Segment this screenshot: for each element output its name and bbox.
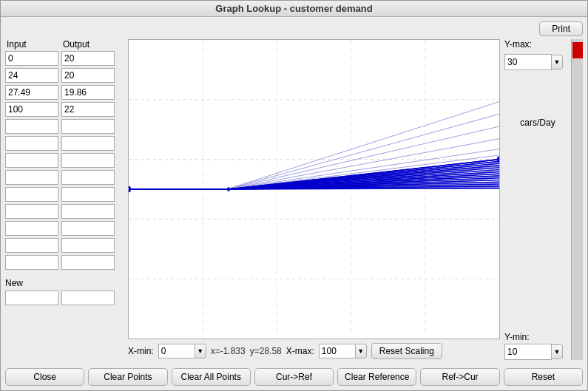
ymin-label: Y-min: [504,332,571,342]
output-field-11[interactable] [61,238,115,253]
main-window: Graph Lookup - customer demand Print Inp… [0,0,588,391]
table-row [5,119,124,134]
table-row [5,136,124,151]
xmin-input[interactable] [158,344,195,358]
right-panel: Y-max: ▼ cars/Day Y-min: ▼ [504,39,571,360]
input-field-0[interactable] [5,51,58,66]
title-bar: Graph Lookup - customer demand [1,1,587,17]
input-field-6[interactable] [5,153,58,168]
reset-button[interactable]: Reset [504,368,583,386]
output-field-4[interactable] [61,119,115,134]
svg-point-40 [227,187,230,191]
input-field-9[interactable] [5,204,58,219]
close-button[interactable]: Close [5,368,84,386]
ymax-group: ▼ [504,54,571,70]
output-field-5[interactable] [61,136,115,151]
input-field-11[interactable] [5,238,58,253]
output-field-8[interactable] [61,187,115,202]
output-field-3[interactable] [61,102,115,117]
cur-to-ref-button[interactable]: Cur->Ref [254,368,334,386]
table-row [5,204,124,219]
reset-scaling-button[interactable]: Reset Scaling [371,343,442,359]
new-row [5,290,124,305]
input-field-8[interactable] [5,187,58,202]
output-field-12[interactable] [61,255,115,270]
left-panel: Input Output [5,39,124,360]
scroll-marker [572,42,583,58]
table-row [5,221,124,236]
clear-all-points-button[interactable]: Clear All Points [172,368,251,386]
unit-label: cars/Day [504,118,571,128]
ymax-input[interactable] [504,54,552,70]
xmax-input[interactable] [319,344,356,358]
input-field-7[interactable] [5,170,58,185]
graph-svg [129,40,499,339]
ymin-dropdown[interactable]: ▼ [551,344,563,359]
input-field-3[interactable] [5,102,58,117]
print-button[interactable]: Print [539,21,583,36]
table-row [5,51,124,66]
output-field-0[interactable] [61,51,115,66]
svg-point-39 [129,186,131,192]
xmin-group: ▼ [158,344,206,358]
x-controls: X-min: ▼ x=-1.833 y=28.58 X-max: ▼ Reset… [128,342,500,360]
table-row [5,102,124,117]
table-row [5,85,124,100]
input-field-5[interactable] [5,136,58,151]
xmin-label: X-min: [128,346,154,356]
bottom-toolbar: Close Clear Points Clear All Points Cur-… [1,364,587,390]
xmax-label: X-max: [286,346,314,356]
scrollbar[interactable] [571,39,583,360]
table-row [5,153,124,168]
graph-area[interactable] [128,39,500,339]
xmin-dropdown[interactable]: ▼ [195,344,206,358]
input-field-12[interactable] [5,255,58,270]
input-col-header: Input [5,39,58,50]
ymax-dropdown[interactable]: ▼ [551,55,563,69]
output-col-header: Output [61,39,115,50]
new-label: New [5,278,124,288]
ymin-section: Y-min: ▼ [504,332,571,360]
y-coord-display: y=28.58 [250,346,282,356]
table-row [5,238,124,253]
new-output-field[interactable] [61,290,115,305]
new-input-field[interactable] [5,290,58,305]
ymin-group: ▼ [504,344,571,360]
output-field-2[interactable] [61,85,115,100]
input-field-10[interactable] [5,221,58,236]
output-field-1[interactable] [61,68,115,83]
input-field-4[interactable] [5,119,58,134]
clear-points-button[interactable]: Clear Points [88,368,167,386]
window-title: Graph Lookup - customer demand [215,3,372,14]
output-field-10[interactable] [61,221,115,236]
xmax-group: ▼ [319,344,367,358]
column-headers: Input Output [5,39,124,50]
output-field-9[interactable] [61,204,115,219]
ymin-input[interactable] [504,344,552,360]
table-row [5,68,124,83]
center-panel: X-min: ▼ x=-1.833 y=28.58 X-max: ▼ Reset… [128,39,500,360]
table-row [5,187,124,202]
output-field-6[interactable] [61,153,115,168]
table-row [5,170,124,185]
clear-reference-button[interactable]: Clear Reference [337,368,416,386]
input-field-1[interactable] [5,68,58,83]
xmax-dropdown[interactable]: ▼ [355,344,367,358]
input-field-2[interactable] [5,85,58,100]
output-field-7[interactable] [61,170,115,185]
ymax-label: Y-max: [504,39,571,50]
ref-to-cur-button[interactable]: Ref->Cur [420,368,499,386]
x-coord-display: x=-1.833 [211,346,246,356]
table-row [5,255,124,270]
